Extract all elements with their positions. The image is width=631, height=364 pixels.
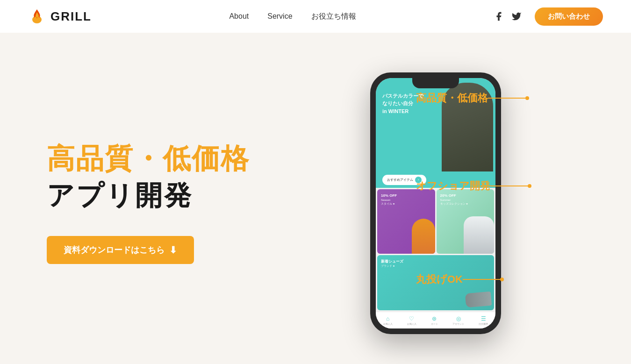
hero-right: パステルカラーでなりたい自分in WINTER おすすめアイテム › bbox=[250, 63, 594, 343]
twitter-icon[interactable] bbox=[511, 11, 522, 21]
nav-other: ☰ 注文履歴 bbox=[479, 315, 488, 325]
ann1-dot bbox=[525, 96, 529, 100]
nav-about[interactable]: About bbox=[229, 12, 249, 21]
hero-left: 高品質・低価格 アプリ開発 資料ダウンロードはこちら ⬇ bbox=[47, 142, 250, 264]
heart-icon: ♡ bbox=[409, 315, 414, 322]
download-button[interactable]: 資料ダウンロードはこちら ⬇ bbox=[47, 236, 194, 264]
app-card-summer: 20% OFFSummerキッズコレクション ● bbox=[437, 189, 495, 254]
app-card-shoes: 新着シューズブランド ● bbox=[377, 255, 494, 310]
home-icon: ⌂ bbox=[386, 315, 389, 322]
nav-info[interactable]: お役立ち情報 bbox=[311, 12, 356, 21]
hero-title-line2: アプリ開発 bbox=[47, 178, 250, 213]
phone-screen: パステルカラーでなりたい自分in WINTER おすすめアイテム › bbox=[376, 78, 495, 328]
logo[interactable]: GRILL bbox=[28, 7, 92, 25]
card-summer-label: 20% OFFSummerキッズコレクション ● bbox=[440, 193, 468, 206]
app-mini-btn: おすすめアイテム › bbox=[382, 175, 426, 185]
download-btn-text: 資料ダウンロードはこちら bbox=[64, 244, 165, 256]
app-grid: 10% OFFSeasonスタイル ● 20% OFFSummerキッズコレクシ… bbox=[376, 188, 495, 312]
app-mini-arrow: › bbox=[415, 177, 422, 183]
app-screen: パステルカラーでなりたい自分in WINTER おすすめアイテム › bbox=[376, 78, 495, 328]
header-right: お問い合わせ bbox=[494, 7, 603, 26]
hero-title-line1: 高品質・低価格 bbox=[47, 142, 250, 176]
app-banner: パステルカラーでなりたい自分in WINTER bbox=[376, 78, 495, 171]
flame-icon bbox=[28, 7, 46, 25]
app-card-season: 10% OFFSeasonスタイル ● bbox=[377, 189, 435, 254]
app-btn-row: おすすめアイテム › bbox=[376, 171, 495, 188]
facebook-icon[interactable] bbox=[494, 11, 504, 21]
card-season-label: 10% OFFSeasonスタイル ● bbox=[381, 193, 397, 206]
card-summer-figure bbox=[464, 216, 494, 254]
hero-section: 高品質・低価格 アプリ開発 資料ダウンロードはこちら ⬇ パステルカラーでなりた… bbox=[0, 33, 631, 364]
card-season-figure bbox=[412, 219, 435, 254]
account-icon: ◎ bbox=[456, 315, 461, 322]
card-shoes-img bbox=[465, 291, 492, 307]
nav-cart: ⊛ カート bbox=[431, 315, 438, 325]
phone-outer: パステルカラーでなりたい自分in WINTER おすすめアイテム › bbox=[370, 72, 501, 334]
logo-text: GRILL bbox=[50, 9, 92, 24]
nav-home: ⌂ お気に入 bbox=[383, 315, 393, 325]
nav-account: ◎ アカウント bbox=[452, 315, 464, 325]
contact-button[interactable]: お問い合わせ bbox=[535, 7, 603, 26]
phone-notch bbox=[412, 78, 459, 88]
banner-figure bbox=[442, 83, 493, 171]
nav-favorites: ♡ お気に入 bbox=[407, 315, 416, 325]
phone-mockup: パステルカラーでなりたい自分in WINTER おすすめアイテム › bbox=[370, 72, 501, 334]
cart-icon: ⊛ bbox=[432, 315, 437, 322]
app-mini-btn-text: おすすめアイテム bbox=[387, 178, 413, 182]
ann2-dot bbox=[528, 184, 531, 188]
app-banner-text: パステルカラーでなりたい自分in WINTER bbox=[382, 92, 423, 115]
app-navbar: ⌂ お気に入 ♡ お気に入 ⊛ カート bbox=[376, 312, 495, 328]
main-nav: About Service お役立ち情報 bbox=[229, 12, 356, 21]
nav-service[interactable]: Service bbox=[267, 12, 292, 21]
card-shoes-label: 新着シューズブランド ● bbox=[381, 259, 403, 268]
social-icons bbox=[494, 11, 522, 21]
menu-icon: ☰ bbox=[481, 315, 486, 322]
download-icon: ⬇ bbox=[169, 244, 177, 256]
